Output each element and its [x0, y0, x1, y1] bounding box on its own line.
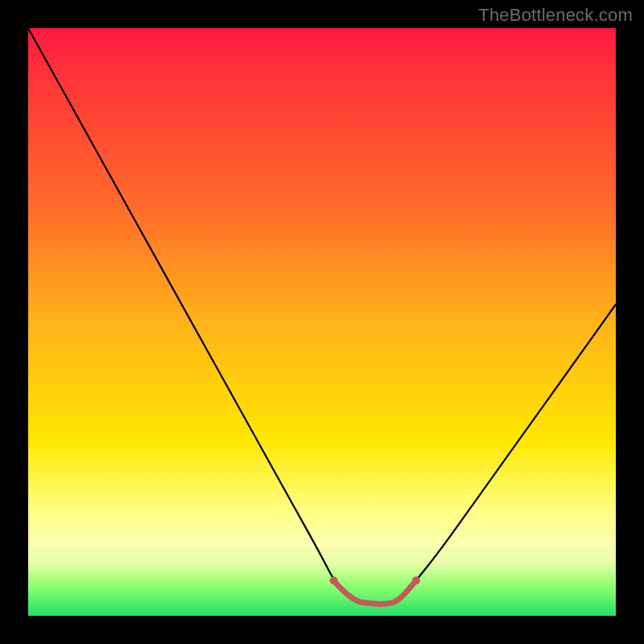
- trough-highlight-dot-left: [330, 576, 338, 584]
- chart-frame: TheBottleneck.com: [0, 0, 644, 644]
- trough-highlight-line: [334, 580, 416, 604]
- trough-highlight-dot-right: [412, 576, 420, 584]
- bottleneck-curve-line: [28, 28, 616, 604]
- plot-area: [28, 28, 616, 616]
- curve-svg: [28, 28, 616, 616]
- watermark-text: TheBottleneck.com: [478, 5, 633, 26]
